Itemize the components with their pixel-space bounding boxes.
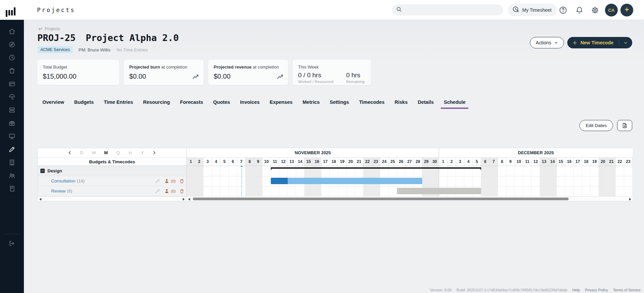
sidebar-nav: [0, 20, 24, 293]
new-timecode-button[interactable]: New Timecode: [567, 37, 632, 48]
today-marker-line: [242, 166, 242, 196]
sidebar-home-icon[interactable]: [0, 25, 24, 38]
gantt-summary-bar-design[interactable]: [271, 167, 481, 169]
help-button[interactable]: [559, 6, 567, 14]
gantt-task-bar-consultation[interactable]: [271, 178, 422, 184]
gantt-day-cell: 17: [321, 158, 330, 166]
gantt-zoom-d[interactable]: D: [79, 150, 84, 155]
trend-chart-icon[interactable]: [277, 73, 284, 82]
footer-link-help[interactable]: Help: [572, 288, 580, 292]
scrollbar-thumb[interactable]: [193, 198, 569, 200]
chevron-down-icon: [554, 41, 558, 45]
gantt-zoom-q[interactable]: Q: [116, 150, 120, 155]
sidebar-umbrella-icon[interactable]: [0, 90, 24, 103]
footer-link-terms-of-service[interactable]: Terms of Service: [613, 288, 641, 292]
scroll-left-arrow[interactable]: [188, 198, 190, 201]
tab-forecasts[interactable]: Forecasts: [180, 99, 203, 109]
tab-settings[interactable]: Settings: [330, 99, 349, 109]
trend-chart-icon[interactable]: [192, 73, 199, 82]
tab-invoices[interactable]: Invoices: [240, 99, 260, 109]
sidebar-time-icon[interactable]: [0, 51, 24, 64]
gantt-day-cell: 2: [195, 158, 204, 166]
tab-details[interactable]: Details: [418, 99, 434, 109]
gantt-chart: DWMQHY NOVEMBER 2025DECEMBER 2025 Budget…: [37, 148, 632, 201]
scroll-right-arrow[interactable]: [629, 198, 631, 201]
tab-expenses[interactable]: Expenses: [270, 99, 293, 109]
gantt-zoom-m[interactable]: M: [104, 150, 108, 155]
tab-overview[interactable]: Overview: [42, 99, 64, 109]
magic-wand-icon[interactable]: [155, 188, 160, 194]
global-add-button[interactable]: +: [620, 4, 633, 16]
grid-line: [506, 166, 506, 196]
sidebar-bucket-icon[interactable]: [0, 64, 24, 77]
scroll-right-arrow[interactable]: [183, 198, 185, 201]
sidebar-invoices-icon[interactable]: [0, 77, 24, 90]
sidebar-people-icon[interactable]: [0, 169, 24, 182]
sidebar-organisation-icon[interactable]: [0, 156, 24, 169]
gantt-day-cell: 16: [565, 158, 574, 166]
client-badge[interactable]: ACME Services: [38, 46, 73, 53]
timecode-link[interactable]: Review: [51, 189, 66, 194]
gantt-next-button[interactable]: [152, 151, 156, 155]
sidebar-compass-icon[interactable]: [0, 38, 24, 51]
tab-risks[interactable]: Risks: [395, 99, 408, 109]
sidebar-projects-icon[interactable]: [0, 143, 24, 156]
global-search[interactable]: [392, 4, 503, 15]
tab-timecodes[interactable]: Timecodes: [359, 99, 385, 109]
gantt-day-cell: 15: [557, 158, 565, 166]
grid-line: [498, 166, 498, 196]
export-button[interactable]: [617, 120, 632, 131]
gantt-zoom-w[interactable]: W: [92, 150, 96, 155]
user-avatar[interactable]: CA: [605, 4, 618, 16]
gantt-day-cell: 1: [439, 158, 448, 166]
edit-dates-button[interactable]: Edit Dates: [579, 120, 613, 131]
sidebar-gift-icon[interactable]: [0, 117, 24, 130]
notifications-bell-icon[interactable]: [575, 6, 584, 14]
tab-metrics[interactable]: Metrics: [302, 99, 320, 109]
new-timecode-dropdown[interactable]: [619, 41, 632, 45]
gantt-zoom-h[interactable]: H: [128, 150, 133, 155]
project-manager-label: PM: Bruce Willis: [79, 47, 111, 52]
weekend-shading: [195, 166, 204, 196]
footer-link-privacy-policy[interactable]: Privacy Policy: [585, 288, 608, 292]
breadcrumb[interactable]: Projects: [38, 26, 60, 31]
actions-button[interactable]: Actions: [530, 37, 564, 48]
gantt-left-scrollbar[interactable]: [38, 196, 186, 201]
tab-resourcing[interactable]: Resourcing: [143, 99, 170, 109]
scroll-left-arrow[interactable]: [39, 198, 41, 201]
magic-wand-icon[interactable]: [155, 178, 160, 184]
gantt-day-cell: 22: [616, 158, 624, 166]
search-input[interactable]: [405, 7, 499, 12]
grid-line: [212, 166, 212, 196]
gantt-timeline-scrollbar[interactable]: [187, 196, 633, 201]
timecode-link[interactable]: Consultation: [51, 178, 75, 183]
assignees-icon[interactable]: [164, 189, 169, 194]
tab-budgets[interactable]: Budgets: [74, 99, 94, 109]
total-budget-card: Total Budget $15,000.00: [37, 60, 119, 85]
gantt-task-bar-review[interactable]: [397, 188, 481, 194]
gantt-day-cell: 10: [262, 158, 271, 166]
tab-time-entries[interactable]: Time Entries: [104, 99, 133, 109]
row-actions: (0): [155, 188, 184, 194]
gantt-day-cell: 18: [582, 158, 591, 166]
tab-quotes[interactable]: Quotes: [213, 99, 230, 109]
collapse-toggle-icon[interactable]: [40, 169, 45, 173]
gantt-zoom-letters: DWMQHY: [79, 150, 145, 155]
today-marker-dot: [241, 166, 243, 167]
gantt-zoom-y[interactable]: Y: [140, 150, 145, 155]
tab-schedule[interactable]: Schedule: [444, 99, 465, 109]
this-week-label: This Week: [298, 65, 365, 70]
sidebar-layers-icon[interactable]: [0, 103, 24, 117]
settings-gear-icon[interactable]: [591, 6, 599, 14]
sidebar-reports-icon[interactable]: [0, 182, 24, 195]
delete-trash-icon[interactable]: [179, 178, 184, 184]
gantt-prev-button[interactable]: [68, 151, 72, 155]
gantt-day-cell: 9: [254, 158, 262, 166]
sidebar-logout-icon[interactable]: [0, 237, 24, 250]
my-timesheet-button[interactable]: My Timesheet: [508, 4, 557, 16]
delete-trash-icon[interactable]: [179, 189, 184, 194]
gantt-day-cell: 29: [422, 158, 431, 166]
sidebar-presentation-icon[interactable]: [0, 130, 24, 143]
assignees-icon[interactable]: [164, 178, 169, 183]
app-logo-icon[interactable]: [6, 5, 17, 15]
